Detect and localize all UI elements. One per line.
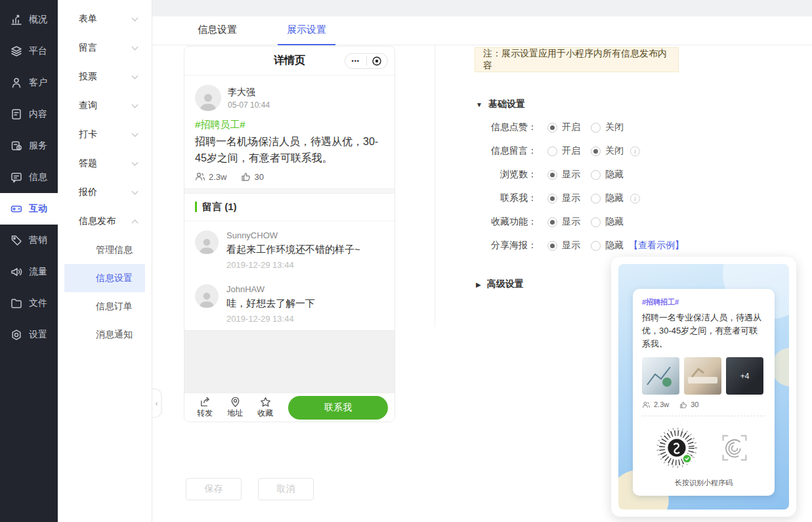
close-target-icon[interactable]	[367, 56, 388, 66]
save-button[interactable]: 保存	[186, 478, 242, 500]
sidebar-item-label: 文件	[29, 297, 47, 309]
menu-item-checkin[interactable]: 打卡	[58, 120, 152, 149]
views-count: 2.3w	[209, 172, 226, 182]
sidebar-item-services[interactable]: 服务	[0, 130, 58, 162]
forward-icon	[199, 396, 211, 408]
menu-item-info-publish[interactable]: 信息发布	[58, 207, 152, 236]
sidebar-item-label: 设置	[29, 329, 47, 341]
radio-label: 隐藏	[605, 216, 624, 228]
sidebar-item-content[interactable]: 内容	[0, 98, 58, 130]
setting-row-views: 浏览数： 显示 隐藏	[475, 163, 684, 186]
submenu-item-info-settings[interactable]: 信息设置	[64, 264, 145, 292]
radio-option[interactable]: 关闭	[591, 121, 624, 133]
radio-option[interactable]: 隐藏	[591, 216, 624, 228]
comment-item: JohnHAW 哇，好想去了解一下 2019-12-29 13:44	[195, 276, 384, 330]
basic-settings-header[interactable]: ▼ 基础设置	[476, 98, 525, 110]
radio-option[interactable]: 隐藏	[591, 169, 624, 181]
tab-bar: 信息设置 展示设置	[152, 16, 812, 45]
radio-option[interactable]: 显示	[547, 216, 580, 228]
radio-unselected[interactable]	[591, 123, 601, 133]
comments-list: SunnyCHOW 看起来工作环境还不错的样子~ 2019-12-29 13:4…	[184, 221, 395, 330]
poster-likes-stat: 30	[679, 401, 698, 408]
messages-icon	[10, 171, 23, 184]
radio-selected[interactable]	[547, 217, 557, 227]
radio-selected[interactable]	[547, 241, 557, 251]
submenu-item-manage-info[interactable]: 管理信息	[64, 236, 145, 264]
radio-option[interactable]: 开启	[547, 145, 580, 157]
content-icon	[10, 108, 23, 121]
sidebar-item-label: 流量	[29, 266, 47, 278]
fingerprint-icon	[716, 429, 754, 469]
radio-unselected[interactable]	[591, 217, 601, 227]
sidebar-item-label: 营销	[29, 234, 47, 246]
star-icon	[259, 396, 272, 408]
avatar	[195, 230, 219, 254]
tab-info-settings[interactable]: 信息设置	[188, 16, 246, 45]
radio-unselected[interactable]	[591, 170, 601, 180]
menu-item-quiz[interactable]: 答题	[58, 149, 152, 178]
menu-item-label: 打卡	[79, 129, 97, 141]
poster-background: #招聘招工# 招聘一名专业保洁人员，待遇从优，30-45岁之间，有意者可联系我。…	[618, 264, 789, 510]
submenu-item-info-orders[interactable]: 信息订单	[64, 292, 145, 320]
preview-footer: 转发 地址 收藏 联系我	[184, 393, 395, 422]
radio-selected[interactable]	[547, 194, 557, 204]
caret-right-icon: ▶	[476, 281, 481, 288]
sidebar-item-customers[interactable]: 客户	[0, 67, 58, 98]
info-icon[interactable]: i	[630, 146, 640, 156]
sidebar-item-settings[interactable]: 设置	[0, 319, 58, 351]
more-dots-icon[interactable]: •••	[345, 58, 366, 64]
sidebar-collapse-handle[interactable]: ‹	[152, 389, 161, 418]
radio-selected[interactable]	[547, 170, 557, 180]
setting-label: 信息点赞：	[475, 121, 537, 133]
sidebar-item-overview[interactable]: 概况	[0, 4, 58, 35]
sidebar-item-marketing[interactable]: 营销	[0, 225, 58, 256]
viewers-icon	[642, 401, 651, 408]
comments-title: 留言 (1)	[202, 201, 237, 213]
radio-unselected[interactable]	[547, 146, 557, 156]
cancel-button[interactable]: 取消	[258, 478, 314, 500]
submenu-item-notifications[interactable]: 消息通知	[64, 320, 145, 349]
view-example-link[interactable]: 【查看示例】	[629, 240, 684, 251]
info-icon[interactable]: i	[630, 194, 640, 204]
forward-action[interactable]: 转发	[191, 396, 219, 419]
chevron-down-icon	[132, 14, 139, 21]
favorite-action[interactable]: 收藏	[251, 396, 279, 419]
avatar	[195, 284, 219, 308]
setting-row-contact: 联系我： 显示 隐藏 i	[475, 186, 684, 210]
chevron-down-icon	[132, 101, 139, 108]
address-action[interactable]: 地址	[221, 396, 249, 419]
section-divider	[184, 188, 395, 194]
radio-option[interactable]: 显示	[547, 169, 580, 181]
sidebar-item-interaction[interactable]: 互动	[0, 193, 58, 225]
menu-item-query[interactable]: 查询	[58, 91, 152, 120]
menu-item-quote[interactable]: 报价	[58, 178, 152, 207]
radio-selected[interactable]	[547, 123, 557, 133]
radio-unselected[interactable]	[591, 241, 601, 251]
comments-header: 留言 (1)	[184, 194, 395, 221]
menu-item-vote[interactable]: 投票	[58, 62, 152, 91]
radio-option[interactable]: 显示	[547, 192, 580, 204]
radio-option[interactable]: 关闭	[591, 145, 624, 157]
menu-item-comment[interactable]: 留言	[58, 33, 152, 62]
radio-unselected[interactable]	[591, 194, 601, 204]
menu-item-form[interactable]: 表单	[58, 5, 152, 33]
radio-option[interactable]: 开启	[547, 121, 580, 133]
poster-views-stat: 2.3w	[642, 401, 669, 408]
likes-stat: 30	[241, 172, 263, 182]
setting-label: 联系我：	[475, 192, 537, 204]
post-hashtag[interactable]: #招聘员工#	[195, 119, 384, 131]
settings-rows: 信息点赞： 开启 关闭 信息留言： 开启 关闭 i 浏览数： 显示 隐藏 联系我…	[475, 116, 684, 257]
tab-display-settings[interactable]: 展示设置	[278, 16, 335, 45]
radio-option[interactable]: 显示	[547, 240, 580, 251]
sidebar-item-messages[interactable]: 信息	[0, 162, 58, 193]
sidebar-item-platform[interactable]: 平台	[0, 35, 58, 67]
sidebar-item-traffic[interactable]: 流量	[0, 256, 58, 288]
advanced-settings-header[interactable]: ▶ 高级设置	[476, 278, 524, 290]
poster-images: +4	[642, 357, 765, 395]
radio-selected[interactable]	[591, 146, 601, 156]
sidebar-item-files[interactable]: 文件	[0, 288, 58, 319]
poster-card: #招聘招工# 招聘一名专业保洁人员，待遇从优，30-45岁之间，有意者可联系我。…	[633, 289, 775, 496]
contact-me-button[interactable]: 联系我	[288, 396, 388, 420]
radio-option[interactable]: 隐藏	[591, 192, 624, 204]
radio-option[interactable]: 隐藏	[591, 240, 624, 251]
